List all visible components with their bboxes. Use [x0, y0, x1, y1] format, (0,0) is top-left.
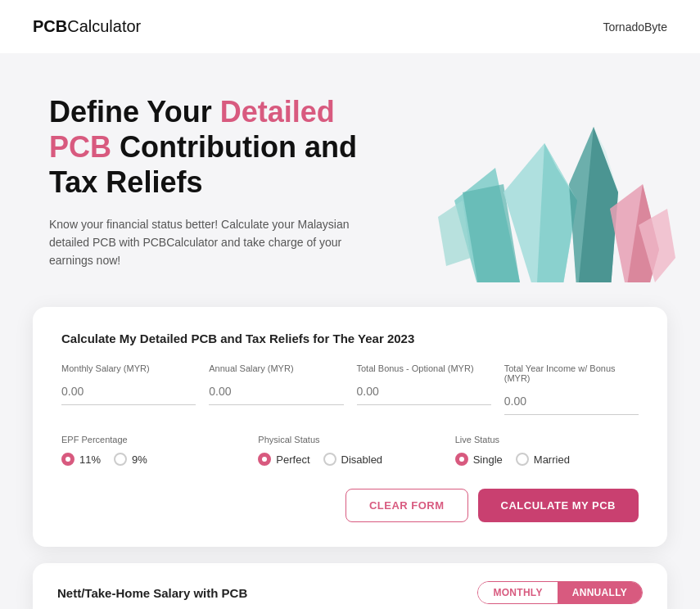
main-card: Calculate My Detailed PCB and Tax Relief… [33, 307, 667, 547]
annual-salary-input[interactable] [209, 378, 343, 405]
total-income-group: Total Year Income w/ Bonus (MYR) [504, 363, 639, 415]
live-status-group: Live Status Single Married [455, 435, 639, 466]
total-income-label: Total Year Income w/ Bonus (MYR) [504, 363, 639, 383]
physical-label: Physical Status [258, 435, 441, 444]
physical-radio-group: Perfect Disabled [258, 453, 441, 466]
physical-disabled-dot[interactable] [323, 453, 336, 466]
logo-pcb: PCB [33, 17, 67, 35]
total-income-input [504, 388, 639, 415]
epf-9-label: 9% [132, 453, 147, 466]
button-row: CLEAR FORM CALCULATE MY PCB [61, 489, 639, 522]
live-status-radio-group: Single Married [455, 453, 639, 466]
epf-9-radio-dot[interactable] [114, 453, 127, 466]
header: PCBCalculator TornadoByte [0, 0, 700, 53]
live-single-label: Single [473, 453, 503, 466]
clear-form-button[interactable]: CLEAR FORM [345, 489, 468, 522]
physical-perfect-item[interactable]: Perfect [258, 453, 309, 466]
salary-fields-row: Monthly Salary (MYR) Annual Salary (MYR)… [61, 363, 639, 415]
options-row: EPF Percentage 11% 9% Physical Status Pe… [61, 435, 639, 466]
logo-calculator: Calculator [67, 17, 141, 35]
epf-11-label: 11% [79, 453, 101, 466]
annual-salary-label: Annual Salary (MYR) [209, 363, 343, 373]
nett-salary-card: Nett/Take-Home Salary with PCB MONTHLY A… [33, 563, 667, 609]
physical-disabled-item[interactable]: Disabled [323, 453, 383, 466]
crystal-decoration [413, 102, 675, 282]
monthly-salary-input[interactable] [61, 378, 196, 405]
epf-label: EPF Percentage [61, 435, 245, 444]
physical-group: Physical Status Perfect Disabled [258, 435, 441, 466]
hero-title: Define Your Detailed PCB Contribution an… [49, 94, 393, 201]
monthly-salary-group: Monthly Salary (MYR) [61, 363, 196, 415]
nav-link[interactable]: TornadoByte [603, 20, 667, 34]
annual-salary-group: Annual Salary (MYR) [209, 363, 343, 415]
hero-subtitle: Know your financial status better! Calcu… [49, 215, 360, 270]
epf-11-radio-dot[interactable] [61, 453, 75, 466]
card-title: Calculate My Detailed PCB and Tax Relief… [61, 332, 639, 345]
epf-radio-group: 11% 9% [61, 453, 245, 466]
hero-section: Define Your Detailed PCB Contribution an… [0, 53, 700, 282]
live-single-item[interactable]: Single [455, 453, 503, 466]
live-married-dot[interactable] [516, 453, 529, 466]
physical-perfect-label: Perfect [276, 453, 309, 466]
live-married-item[interactable]: Married [516, 453, 570, 466]
epf-group: EPF Percentage 11% 9% [61, 435, 245, 466]
monthly-salary-label: Monthly Salary (MYR) [61, 363, 196, 373]
calculate-button[interactable]: CALCULATE MY PCB [478, 489, 639, 522]
epf-11-item[interactable]: 11% [61, 453, 101, 466]
live-married-label: Married [534, 453, 570, 466]
hero-text: Define Your Detailed PCB Contribution an… [49, 94, 393, 270]
physical-perfect-dot[interactable] [258, 453, 271, 466]
physical-disabled-label: Disabled [341, 453, 383, 466]
epf-9-item[interactable]: 9% [114, 453, 147, 466]
monthly-toggle-button[interactable]: MONTHLY [478, 582, 557, 603]
annually-toggle-button[interactable]: ANNUALLY [558, 582, 642, 603]
bonus-input[interactable] [357, 378, 491, 405]
bonus-label: Total Bonus - Optional (MYR) [357, 363, 491, 373]
bonus-group: Total Bonus - Optional (MYR) [357, 363, 491, 415]
hero-title-part1: Define Your [49, 95, 220, 129]
nett-salary-title: Nett/Take-Home Salary with PCB [57, 586, 247, 600]
live-single-dot[interactable] [455, 453, 468, 466]
live-status-label: Live Status [455, 435, 639, 444]
frequency-toggle-group: MONTHLY ANNUALLY [477, 581, 643, 604]
logo: PCBCalculator [33, 17, 141, 36]
